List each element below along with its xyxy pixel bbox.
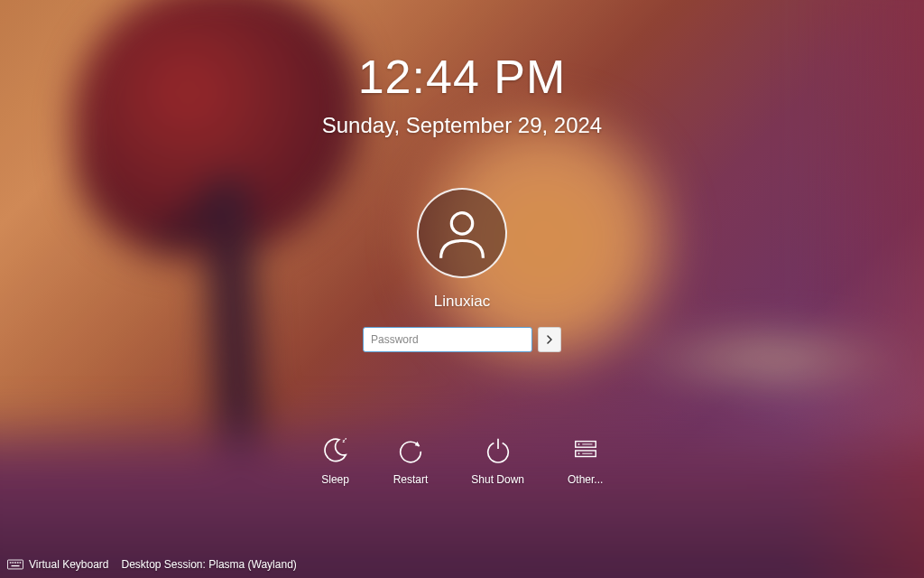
session-selector[interactable]: Desktop Session: Plasma (Wayland) xyxy=(122,558,297,571)
svg-rect-16 xyxy=(12,565,20,566)
password-input[interactable] xyxy=(363,327,532,352)
virtual-keyboard-button[interactable]: Virtual Keyboard xyxy=(7,558,109,571)
other-button[interactable]: Other... xyxy=(568,435,603,486)
power-actions: z z Sleep Restart Shut Dow xyxy=(321,435,604,486)
session-prefix: Desktop Session: xyxy=(122,558,209,571)
user-icon xyxy=(431,202,493,264)
restart-button[interactable]: Restart xyxy=(393,435,429,486)
user-section: Linuxiac xyxy=(363,188,561,352)
svg-rect-10 xyxy=(7,560,23,569)
password-row xyxy=(363,327,561,352)
power-icon xyxy=(485,436,512,463)
sleep-label: Sleep xyxy=(321,473,349,486)
clock-time: 12:44 PM xyxy=(358,50,567,104)
other-label: Other... xyxy=(568,473,603,486)
login-button[interactable] xyxy=(538,327,561,352)
svg-text:z: z xyxy=(345,437,346,441)
sleep-icon: z z xyxy=(322,436,349,463)
svg-rect-11 xyxy=(10,562,12,563)
username-label: Linuxiac xyxy=(434,293,490,311)
svg-rect-14 xyxy=(17,562,19,563)
svg-rect-15 xyxy=(20,562,22,563)
list-icon xyxy=(572,436,599,463)
session-name: Plasma (Wayland) xyxy=(208,558,297,571)
bottom-bar: Virtual Keyboard Desktop Session: Plasma… xyxy=(7,558,297,571)
user-avatar[interactable] xyxy=(417,188,507,278)
sleep-button[interactable]: z z Sleep xyxy=(321,435,350,486)
shutdown-button[interactable]: Shut Down xyxy=(471,435,524,486)
restart-icon xyxy=(397,436,424,463)
svg-point-0 xyxy=(451,213,472,234)
clock-date: Sunday, September 29, 2024 xyxy=(322,113,602,138)
svg-point-8 xyxy=(578,452,579,454)
virtual-keyboard-label: Virtual Keyboard xyxy=(29,558,109,571)
chevron-right-icon xyxy=(545,335,554,344)
shutdown-label: Shut Down xyxy=(471,473,524,486)
keyboard-icon xyxy=(7,559,23,570)
svg-point-6 xyxy=(578,443,579,445)
svg-rect-13 xyxy=(14,562,16,563)
svg-rect-12 xyxy=(12,562,14,563)
restart-label: Restart xyxy=(393,473,429,486)
